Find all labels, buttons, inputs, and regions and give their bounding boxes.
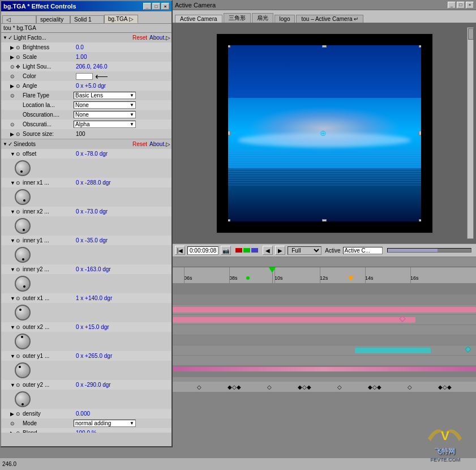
keyframe-diamond-2[interactable] <box>465 346 471 352</box>
transport-camera-icon[interactable]: 📷 <box>221 246 231 255</box>
mode-dropdown[interactable]: normal adding ▼ <box>74 420 136 427</box>
handle-mid-left[interactable] <box>228 131 230 135</box>
tab-bgtga[interactable]: bg.TGA ▷ <box>104 15 138 23</box>
viewer-scrollbar-thumb[interactable] <box>468 28 474 40</box>
offset-value[interactable]: 0 x -78.0 dgr <box>76 151 108 157</box>
red-indicator <box>235 248 242 253</box>
kf-nav-8[interactable]: ◆◇◆ <box>438 384 452 390</box>
outer-y1-knob[interactable] <box>15 362 31 378</box>
inner-x2-knob[interactable] <box>15 218 31 234</box>
main-minimize-button[interactable]: _ <box>448 2 456 8</box>
track-3 <box>173 305 476 315</box>
track-pink-1[interactable] <box>173 307 476 313</box>
inner-y2-knob-indicator <box>23 285 25 288</box>
blend-value[interactable]: 100.0 % <box>76 430 97 433</box>
color-swatch[interactable] <box>76 73 93 80</box>
watermark-site-name: 飞特网 <box>435 447 455 456</box>
handle-bottom-left[interactable] <box>228 219 230 221</box>
tab-logo[interactable]: logo <box>275 15 295 23</box>
inner-y2-knob[interactable] <box>15 276 31 292</box>
density-value[interactable]: 0.000 <box>76 411 90 417</box>
handle-top-left[interactable] <box>228 45 230 48</box>
kf-nav-3[interactable]: ◇ <box>267 384 272 390</box>
flare-type-dropdown[interactable]: Basic Lens ▼ <box>74 92 136 99</box>
inner-y1-knob[interactable] <box>15 247 31 263</box>
tab-speciality[interactable]: speciality <box>36 15 70 23</box>
inner-x1-value[interactable]: 0 x -288.0 dgr <box>76 180 111 186</box>
sinedots-toggle[interactable]: ▼ <box>2 142 8 147</box>
inner-y1-value[interactable]: 0 x -35.0 dgr <box>76 237 108 243</box>
ruler-mark-14s: 14s <box>365 275 374 281</box>
flare-dropdown-arrow: ▼ <box>130 93 134 98</box>
svg-text:V: V <box>441 429 449 443</box>
kf-nav-2[interactable]: ◆◇◆ <box>228 384 241 390</box>
status-bar: 246.0 <box>0 458 476 470</box>
offset-knob[interactable] <box>15 160 31 176</box>
tab-triangle[interactable]: 三角形 <box>224 13 251 23</box>
tab-active-camera[interactable]: Active Camera <box>175 15 222 23</box>
viewer-scrollbar[interactable] <box>467 27 474 239</box>
obscuration1-dropdown[interactable]: None ▼ <box>74 111 136 118</box>
location-la-dropdown[interactable]: None ▼ <box>74 101 136 109</box>
handle-bottom-right[interactable] <box>419 219 421 221</box>
kf-nav-4[interactable]: ◆◇◆ <box>298 384 311 390</box>
tab-tou[interactable]: tou – Active Camera ↵ <box>296 15 363 23</box>
outer-y2-knob[interactable] <box>15 391 31 407</box>
kf-nav-1[interactable]: ◇ <box>197 384 201 390</box>
quality-select[interactable]: Full Half Quarter <box>288 246 321 255</box>
light-factor-toggle[interactable]: ▼ <box>2 35 8 41</box>
brightness-label: Brightness <box>23 44 74 50</box>
transport-next[interactable]: ▶ <box>275 246 285 255</box>
inner-x1-knob[interactable] <box>15 189 31 205</box>
inner-y2-value[interactable]: 0 x -163.0 dgr <box>76 266 111 272</box>
right-black-bar <box>421 34 432 233</box>
tab-arrow[interactable]: ◁ <box>2 15 36 23</box>
handle-bottom-mid[interactable] <box>322 219 327 221</box>
playback-progress[interactable] <box>387 248 472 253</box>
kf-nav-6[interactable]: ◆◇◆ <box>368 384 381 390</box>
outer-x2-value[interactable]: 0 x +15.0 dgr <box>76 324 109 330</box>
obscuration2-dropdown[interactable]: Alpha ▼ <box>74 121 136 128</box>
obscuration1-value: None <box>75 112 89 118</box>
outer-x1-value[interactable]: 1 x +140.0 dgr <box>76 295 112 301</box>
track-pink-2[interactable] <box>173 317 415 323</box>
light-source-value[interactable]: 206.0, 246.0 <box>76 63 108 70</box>
main-close-button[interactable]: × <box>466 2 474 8</box>
main-maximize-button[interactable]: □ <box>457 2 465 8</box>
handle-top-right[interactable] <box>419 45 421 48</box>
maximize-button[interactable]: □ <box>152 3 160 10</box>
minimize-button[interactable]: _ <box>143 3 151 10</box>
transport-prev[interactable]: ◀ <box>263 246 273 255</box>
tab-solid1[interactable]: Solid 1 <box>70 15 104 23</box>
scale-value[interactable]: 1.00 <box>76 54 87 60</box>
transport-step-back[interactable]: |◀ <box>175 246 185 255</box>
outer-y1-value[interactable]: 0 x +265.0 dgr <box>76 353 112 359</box>
handle-mid-right[interactable] <box>419 131 421 135</box>
main-titlebar: Active Camera _ □ × <box>173 0 476 10</box>
sinedots-about[interactable]: About. <box>149 141 166 147</box>
handle-top-mid[interactable] <box>322 45 327 48</box>
outer-y2-value[interactable]: 0 x -290.0 dgr <box>76 382 111 388</box>
tab-fan-light[interactable]: 扇光 <box>252 13 273 23</box>
inner-x2-value[interactable]: 0 x -73.0 dgr <box>76 208 108 215</box>
outer-x2-knob[interactable] <box>15 334 31 349</box>
light-factor-about[interactable]: About. <box>149 35 166 41</box>
light-factor-expand[interactable]: ▷ <box>166 35 170 41</box>
brightness-value[interactable]: 0.0 <box>76 44 84 50</box>
color-picker-icon[interactable]: ⟵ <box>95 71 108 82</box>
close-button[interactable]: × <box>161 3 169 10</box>
ruler-tick-12s <box>320 267 320 283</box>
track-pink-bottom[interactable] <box>173 367 476 371</box>
track-teal-1[interactable] <box>355 348 431 353</box>
light-factor-header[interactable]: ▼ ✓ Light Facto... Reset About. ▷ <box>1 33 171 42</box>
effects-list: ▼ ✓ Light Facto... Reset About. ▷ ▶ ⊙ Br… <box>1 33 171 433</box>
kf-nav-7[interactable]: ◇ <box>408 384 412 390</box>
light-factor-group: ▼ ✓ Light Facto... Reset About. ▷ ▶ ⊙ Br… <box>1 33 171 139</box>
sinedots-header[interactable]: ▼ ✓ Sinedots Reset About. ▷ <box>1 139 171 149</box>
sinedots-reset[interactable]: Reset <box>132 141 147 147</box>
outer-x1-knob[interactable] <box>15 305 31 321</box>
light-factor-reset[interactable]: Reset <box>132 35 147 41</box>
kf-nav-5[interactable]: ◇ <box>337 384 342 390</box>
sinedots-expand[interactable]: ▷ <box>166 141 170 147</box>
angle-value[interactable]: 0 x +5.0 dgr <box>76 83 106 89</box>
